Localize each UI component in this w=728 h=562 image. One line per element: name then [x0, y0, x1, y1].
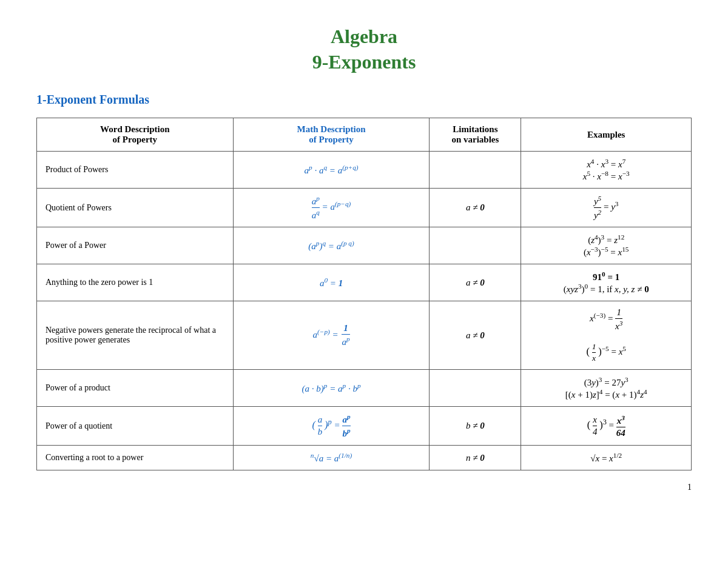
word-cell: Power of a quotient	[37, 407, 234, 446]
table-row: Quotient of Powers ap aq = a(p−q) a ≠ 0 …	[37, 189, 692, 227]
table-row: Product of Powers ap · aq = a(p+q) x4 · …	[37, 152, 692, 189]
limits-cell	[430, 370, 521, 407]
examples-cell: (3y)3 = 27y3 [(x + 1)z]4 = (x + 1)4z4	[521, 370, 692, 407]
examples-cell: y5 y2 = y3	[521, 189, 692, 227]
word-cell: Power of a Power	[37, 227, 234, 264]
page-title: Algebra 9-Exponents	[36, 24, 692, 75]
word-cell: Quotient of Powers	[37, 189, 234, 227]
word-col-header: Word Descriptionof Property	[37, 118, 234, 152]
math-cell: ap · aq = a(p+q)	[233, 152, 430, 189]
limits-cell: b ≠ 0	[430, 407, 521, 446]
examples-cell: 910 = 1 (xyz3)0 = 1, if x, y, z ≠ 0	[521, 264, 692, 301]
table-row: Negative powers generate the reciprocal …	[37, 301, 692, 370]
table-row: Anything to the zero power is 1 a0 = 1 a…	[37, 264, 692, 301]
table-row: Converting a root to a power n√a = a(1/n…	[37, 446, 692, 470]
math-cell: (ap)q = a(p q)	[233, 227, 430, 264]
math-cell: a(−p) = 1 ap	[233, 301, 430, 370]
limits-cell: a ≠ 0	[430, 301, 521, 370]
word-cell: Negative powers generate the reciprocal …	[37, 301, 234, 370]
limits-cell	[430, 152, 521, 189]
examples-cell: √x = x1/2	[521, 446, 692, 470]
examples-cell: (z4)3 = z12 (x−3)−5 = x15	[521, 227, 692, 264]
word-cell: Power of a product	[37, 370, 234, 407]
word-cell: Anything to the zero power is 1	[37, 264, 234, 301]
limits-cell: n ≠ 0	[430, 446, 521, 470]
table-row: Power of a product (a · b)p = ap · bp (3…	[37, 370, 692, 407]
examples-cell: ( x 4 )3 = x3 64	[521, 407, 692, 446]
limits-cell: a ≠ 0	[430, 264, 521, 301]
page-number: 1	[36, 483, 692, 492]
limits-cell	[430, 227, 521, 264]
math-cell: ap aq = a(p−q)	[233, 189, 430, 227]
section-title: 1-Exponent Formulas	[36, 93, 692, 107]
math-cell: (a · b)p = ap · bp	[233, 370, 430, 407]
math-cell: a0 = 1	[233, 264, 430, 301]
table-row: Power of a Power (ap)q = a(p q) (z4)3 = …	[37, 227, 692, 264]
exponent-formulas-table: Word Descriptionof Property Math Descrip…	[36, 118, 692, 470]
word-cell: Converting a root to a power	[37, 446, 234, 470]
examples-cell: x4 · x3 = x7 x5 · x−8 = x−3	[521, 152, 692, 189]
limits-col-header: Limitationson variables	[430, 118, 521, 152]
examples-col-header: Examples	[521, 118, 692, 152]
word-cell: Product of Powers	[37, 152, 234, 189]
limits-cell: a ≠ 0	[430, 189, 521, 227]
table-row: Power of a quotient ( a b )p = ap bp b ≠…	[37, 407, 692, 446]
examples-cell: x(−3) = 1 x3 ( 1 x )−5 = x5	[521, 301, 692, 370]
math-col-header: Math Descriptionof Property	[233, 118, 430, 152]
math-cell: ( a b )p = ap bp	[233, 407, 430, 446]
math-cell: n√a = a(1/n)	[233, 446, 430, 470]
